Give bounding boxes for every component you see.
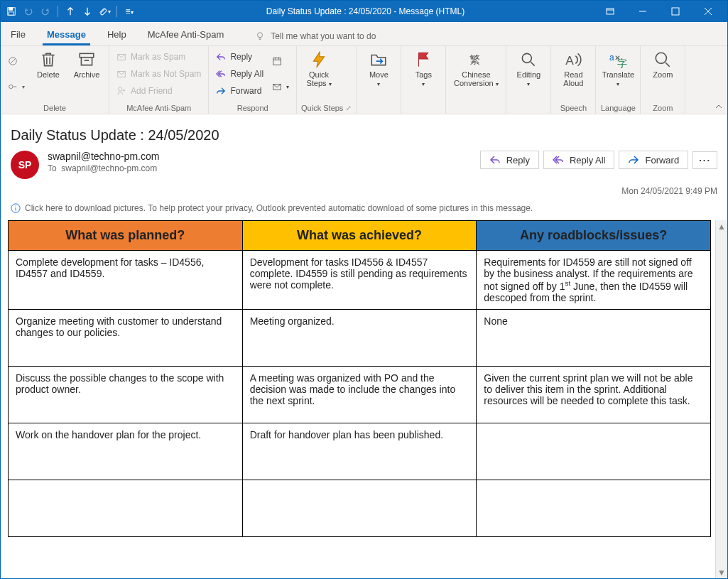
info-icon: [11, 203, 21, 213]
ribbon-group-mcafee: Mark as Spam Mark as Not Spam Add Friend…: [109, 46, 209, 114]
tab-message[interactable]: Message: [43, 25, 90, 45]
next-item-icon[interactable]: [80, 4, 95, 19]
tell-me-search[interactable]: Tell me what you want to do: [255, 31, 376, 45]
tags-dropdown[interactable]: Tags▾: [406, 49, 441, 90]
flag-icon: [414, 50, 433, 69]
cell-achieved: Meeting organized.: [242, 309, 477, 366]
trash-icon: [39, 50, 58, 69]
ignore-button[interactable]: [5, 49, 28, 73]
cell-planned: Complete development for tasks – ID4556,…: [9, 251, 243, 310]
magnifier-icon: [653, 50, 672, 69]
ribbon-display-icon[interactable]: [594, 1, 626, 22]
table-row: Organize meeting with customer to unders…: [9, 309, 711, 366]
cell-planned: Organize meeting with customer to unders…: [9, 309, 243, 366]
cell-achieved: Development for tasks ID4556 & ID4557 co…: [242, 251, 477, 310]
header-actions: Reply Reply All Forward ···: [480, 151, 717, 169]
tab-file[interactable]: File: [6, 25, 30, 45]
svg-point-11: [9, 85, 13, 88]
reply-all-arrow-icon: [553, 154, 564, 166]
zoom-button[interactable]: Zoom: [645, 49, 680, 80]
archive-icon: [77, 50, 96, 69]
scroll-up-icon[interactable]: ▲: [716, 220, 727, 232]
save-icon[interactable]: [4, 4, 19, 19]
cell-planned: Work on the handover plan for the projec…: [9, 423, 243, 480]
quick-steps-button[interactable]: Quick Steps ▾: [301, 49, 337, 90]
svg-text:a: a: [609, 53, 614, 63]
close-icon[interactable]: [692, 1, 724, 22]
table-row: Work on the handover plan for the projec…: [9, 423, 711, 480]
junk-dropdown[interactable]: ▾: [5, 75, 28, 99]
translate-icon: a字: [609, 50, 627, 69]
ribbon-group-quicksteps: Quick Steps ▾ Quick Steps⤢: [297, 46, 357, 114]
add-friend-button[interactable]: Add Friend: [114, 83, 204, 99]
from-address: swapnil@techno-pm.com: [48, 151, 159, 162]
previous-item-icon[interactable]: [63, 4, 78, 19]
cell-issues: Requirements for ID4559 are still not si…: [477, 251, 711, 310]
chinese-conversion-dropdown[interactable]: 繁 Chinese Conversion ▾: [450, 49, 501, 90]
minimize-icon[interactable]: [626, 1, 659, 22]
cell-issues: [477, 480, 711, 536]
ribbon: ▾ Delete Archive Delete Mark as Spam Mar…: [1, 46, 727, 114]
title-bar: ▾ ≡▾ Daily Status Update : 24/05/2020 - …: [1, 1, 727, 22]
scroll-track[interactable]: [716, 232, 727, 566]
message-header: SP swapnil@techno-pm.com To swapnil@tech…: [1, 149, 727, 185]
vertical-scrollbar[interactable]: ▲ ▼: [715, 220, 727, 578]
meeting-button[interactable]: [269, 49, 292, 73]
col-header-achieved: What was achieved?: [242, 221, 477, 251]
reply-button[interactable]: Reply: [213, 49, 266, 65]
window-controls: [594, 1, 724, 22]
message-body[interactable]: What was planned? What was achieved? Any…: [1, 220, 715, 578]
ribbon-group-language: a字 Translate▾ Language: [596, 46, 641, 114]
cell-planned: [9, 480, 243, 536]
col-header-issues: Any roadblocks/issues?: [477, 221, 711, 251]
header-more-actions-button[interactable]: ···: [692, 151, 717, 169]
cell-achieved: Draft for handover plan has been publish…: [242, 423, 477, 480]
message-body-area: What was planned? What was achieved? Any…: [1, 220, 727, 578]
header-reply-button[interactable]: Reply: [480, 151, 539, 169]
attachment-icon[interactable]: ▾: [97, 4, 112, 19]
download-pictures-infobar[interactable]: Click here to download pictures. To help…: [1, 200, 727, 220]
translate-dropdown[interactable]: a字 Translate▾: [600, 49, 636, 90]
ribbon-group-editing: Editing▾: [506, 46, 551, 114]
move-dropdown[interactable]: Move▾: [361, 49, 396, 90]
svg-rect-1: [9, 8, 13, 11]
delete-button[interactable]: Delete: [31, 49, 66, 80]
forward-button[interactable]: Forward: [213, 83, 266, 99]
header-reply-all-button[interactable]: Reply All: [543, 151, 615, 169]
svg-rect-3: [607, 9, 614, 14]
cell-issues: [477, 423, 711, 480]
header-forward-button[interactable]: Forward: [619, 151, 688, 169]
tell-me-placeholder: Tell me what you want to do: [271, 31, 376, 41]
mark-not-spam-button[interactable]: Mark as Not Spam: [114, 66, 204, 82]
ribbon-group-speech: A Read Aloud Speech: [551, 46, 596, 114]
redo-icon[interactable]: [38, 4, 53, 19]
svg-point-19: [523, 53, 532, 63]
tab-help[interactable]: Help: [103, 25, 131, 45]
tab-mcafee[interactable]: McAfee Anti-Spam: [143, 25, 229, 45]
reply-arrow-icon: [216, 52, 226, 62]
ribbon-group-delete: ▾ Delete Archive Delete: [1, 46, 109, 114]
mark-spam-button[interactable]: Mark as Spam: [114, 49, 204, 65]
svg-rect-12: [80, 53, 94, 57]
customize-qat-icon[interactable]: ≡▾: [121, 4, 137, 19]
ribbon-group-respond: Reply Reply All Forward ▾ Respond: [209, 46, 297, 114]
svg-text:繁: 繁: [470, 53, 481, 65]
scroll-down-icon[interactable]: ▼: [716, 566, 727, 578]
svg-point-15: [119, 87, 122, 91]
reply-all-button[interactable]: Reply All: [213, 66, 266, 82]
collapse-ribbon-icon[interactable]: [710, 46, 727, 114]
editing-dropdown[interactable]: Editing▾: [511, 49, 546, 90]
ribbon-group-move: Move▾: [357, 46, 401, 114]
status-table: What was planned? What was achieved? Any…: [8, 220, 711, 537]
more-respond-dropdown[interactable]: ▾: [269, 75, 292, 99]
svg-text:A: A: [566, 53, 575, 67]
quick-access-toolbar: ▾ ≡▾: [4, 4, 137, 19]
col-header-planned: What was planned?: [9, 221, 243, 251]
undo-icon[interactable]: [21, 4, 36, 19]
archive-button[interactable]: Archive: [69, 49, 104, 80]
dialog-launcher-icon[interactable]: ⤢: [346, 104, 352, 112]
maximize-icon[interactable]: [659, 1, 692, 22]
read-aloud-button[interactable]: A Read Aloud: [555, 49, 591, 89]
chinese-char-icon: 繁: [467, 50, 485, 69]
ribbon-tabs: File Message Help McAfee Anti-Spam Tell …: [1, 22, 727, 46]
